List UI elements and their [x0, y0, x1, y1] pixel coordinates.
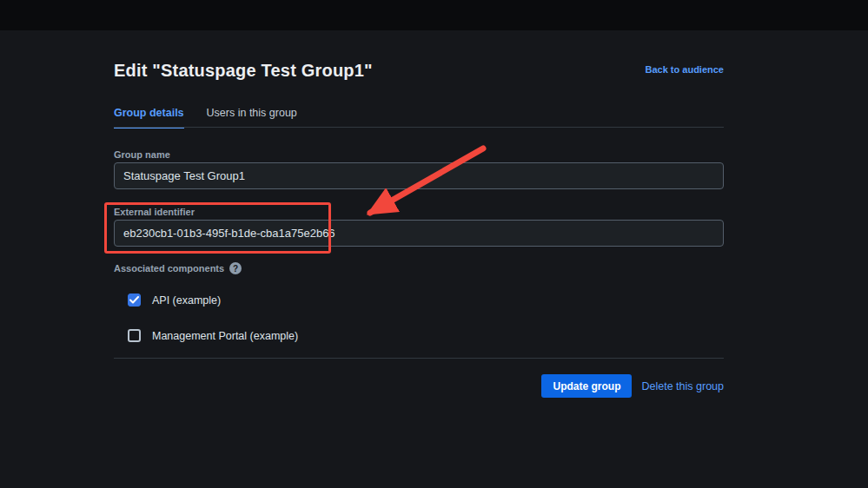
- page: Edit "Statuspage Test Group1" Back to au…: [0, 0, 868, 488]
- component-option-api[interactable]: API (example): [128, 293, 221, 307]
- delete-group-link[interactable]: Delete this group: [641, 380, 724, 392]
- form-actions: Update group Delete this group: [114, 374, 724, 398]
- checkbox-api-label: API (example): [152, 294, 221, 307]
- footer-divider: [114, 358, 724, 359]
- component-option-management-portal[interactable]: Management Portal (example): [128, 329, 298, 342]
- checkmark-icon: [129, 296, 139, 304]
- group-name-label: Group name: [114, 149, 170, 160]
- back-to-audience-link[interactable]: Back to audience: [646, 64, 724, 75]
- tab-bar: Group details Users in this group: [114, 107, 297, 129]
- tabs-divider: [114, 127, 724, 128]
- top-band: [0, 0, 868, 30]
- tab-group-details[interactable]: Group details: [114, 107, 184, 129]
- checkbox-management-portal-label: Management Portal (example): [152, 330, 298, 342]
- page-title: Edit "Statuspage Test Group1": [114, 61, 373, 81]
- checkbox-api[interactable]: [128, 293, 141, 307]
- external-identifier-label: External identifier: [114, 207, 195, 217]
- help-icon[interactable]: ?: [229, 262, 242, 274]
- external-identifier-input[interactable]: [114, 220, 724, 247]
- checkbox-management-portal[interactable]: [128, 329, 141, 342]
- group-name-input[interactable]: [114, 162, 724, 189]
- associated-components-label-row: Associated components ?: [114, 262, 242, 274]
- update-group-button[interactable]: Update group: [541, 374, 632, 398]
- tab-users-in-group[interactable]: Users in this group: [207, 107, 297, 129]
- associated-components-label: Associated components: [114, 263, 224, 274]
